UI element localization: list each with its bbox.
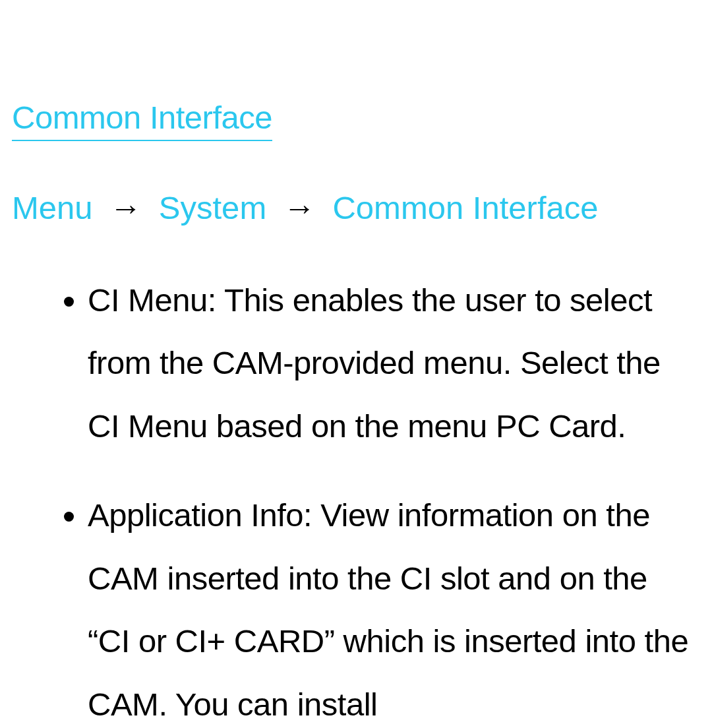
breadcrumb-item-system: System — [159, 190, 266, 226]
list-item: CI Menu: This enables the user to select… — [88, 269, 700, 458]
breadcrumb-item-menu: Menu — [12, 190, 93, 226]
arrow-icon: → — [276, 190, 324, 226]
list-item-term: CI Menu — [88, 282, 208, 318]
list-item: Application Info: View information on th… — [88, 484, 700, 728]
list-item-term: Application Info — [88, 497, 303, 533]
document-page: Common Interface Menu → System → Common … — [0, 0, 712, 728]
breadcrumb: Menu → System → Common Interface — [12, 187, 700, 229]
breadcrumb-item-common-interface: Common Interface — [332, 190, 598, 226]
feature-list: CI Menu: This enables the user to select… — [12, 269, 700, 728]
arrow-icon: → — [102, 190, 150, 226]
page-title: Common Interface — [12, 99, 272, 141]
